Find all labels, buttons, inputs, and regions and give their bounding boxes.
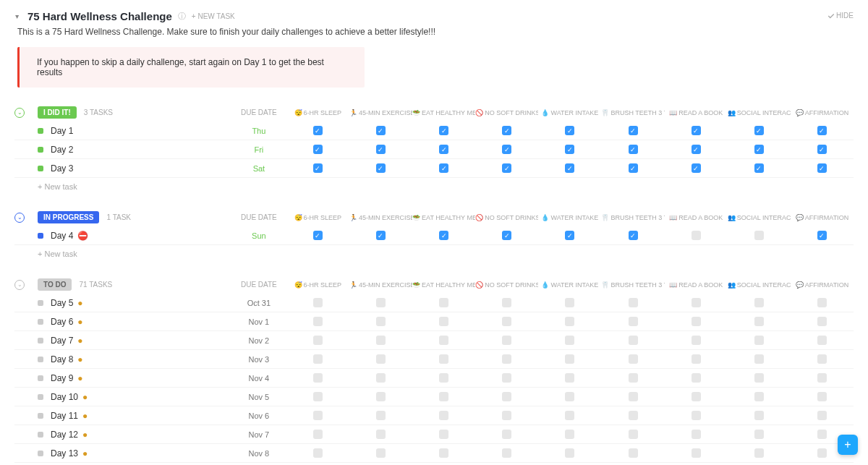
checkbox-cell[interactable]: ✓ (601, 163, 664, 173)
checkbox-unchecked-icon[interactable] (313, 298, 323, 307)
checkbox-unchecked-icon[interactable] (692, 448, 701, 458)
checkbox-checked-icon[interactable]: ✓ (376, 126, 386, 135)
checkbox-cell[interactable] (475, 354, 538, 364)
column-brush-teeth-3-times[interactable]: 🦷BRUSH TEETH 3 TIMES (601, 281, 664, 289)
checkbox-cell[interactable] (286, 392, 349, 401)
column-45-min-exercise[interactable]: 🏃45-MIN EXERCISE (349, 281, 412, 289)
checkbox-cell[interactable] (791, 392, 854, 401)
checkbox-cell[interactable] (538, 430, 601, 439)
column-no-soft-drinks-coffee[interactable]: 🚫NO SOFT DRINKS/COFFEE (475, 214, 538, 221)
checkbox-unchecked-icon[interactable] (502, 430, 511, 439)
checkbox-cell[interactable] (728, 231, 791, 240)
due-date-cell[interactable]: Nov 8 (231, 449, 286, 458)
checkbox-checked-icon[interactable]: ✓ (439, 145, 448, 154)
column-brush-teeth-3-times[interactable]: 🦷BRUSH TEETH 3 TIMES (601, 109, 664, 116)
due-date-cell[interactable]: Nov 4 (231, 374, 286, 383)
checkbox-checked-icon[interactable]: ✓ (629, 163, 638, 173)
chevron-down-icon[interactable]: ⌄ (14, 213, 25, 223)
column-water-intake[interactable]: 💧WATER INTAKE (538, 214, 601, 221)
checkbox-cell[interactable]: ✓ (538, 231, 601, 240)
checkbox-cell[interactable] (412, 430, 475, 439)
checkbox-cell[interactable] (475, 298, 538, 307)
checkbox-cell[interactable] (791, 354, 854, 364)
checkbox-cell[interactable] (601, 336, 664, 345)
tag-icon[interactable]: ● (82, 392, 88, 402)
checkbox-unchecked-icon[interactable] (565, 317, 574, 326)
checkbox-cell[interactable] (349, 430, 412, 439)
checkbox-cell[interactable]: ✓ (475, 231, 538, 240)
column-due-date[interactable]: DUE DATE (231, 213, 286, 221)
column-read-a-book[interactable]: 📖READ A BOOK (665, 109, 728, 116)
checkbox-cell[interactable] (286, 411, 349, 420)
checkbox-cell[interactable] (665, 373, 728, 383)
checkbox-checked-icon[interactable]: ✓ (692, 145, 701, 154)
task-name[interactable]: Day 2 (51, 145, 73, 155)
checkbox-unchecked-icon[interactable] (629, 336, 638, 345)
task-row[interactable]: Day 4⛔ Sun✓✓✓✓✓✓✓ (14, 226, 854, 245)
checkbox-cell[interactable] (475, 430, 538, 439)
checkbox-checked-icon[interactable]: ✓ (692, 163, 701, 173)
checkbox-unchecked-icon[interactable] (692, 411, 701, 420)
status-square-icon[interactable] (38, 375, 43, 381)
task-row[interactable]: Day 2 Fri✓✓✓✓✓✓✓✓✓ (14, 140, 854, 159)
checkbox-checked-icon[interactable]: ✓ (817, 126, 827, 135)
checkbox-unchecked-icon[interactable] (629, 448, 638, 458)
checkbox-cell[interactable] (665, 392, 728, 401)
task-name[interactable]: Day 9 (51, 373, 73, 383)
due-date-cell[interactable]: Sat (231, 164, 286, 173)
chevron-down-icon[interactable]: ⌄ (14, 280, 25, 290)
checkbox-unchecked-icon[interactable] (817, 354, 827, 364)
checkbox-unchecked-icon[interactable] (692, 231, 701, 240)
checkbox-cell[interactable] (728, 317, 791, 326)
checkbox-cell[interactable] (538, 354, 601, 364)
new-task-button[interactable]: + New task (14, 178, 854, 195)
column-eat-healthy-meals[interactable]: 🥗EAT HEALTHY MEALS (412, 109, 475, 116)
checkbox-checked-icon[interactable]: ✓ (565, 163, 574, 173)
tag-icon[interactable]: ● (77, 317, 82, 327)
checkbox-checked-icon[interactable]: ✓ (817, 231, 827, 240)
checkbox-cell[interactable] (475, 392, 538, 401)
checkbox-unchecked-icon[interactable] (313, 354, 323, 364)
create-task-fab[interactable]: + (838, 435, 858, 455)
checkbox-cell[interactable]: ✓ (791, 163, 854, 173)
checkbox-checked-icon[interactable]: ✓ (565, 126, 574, 135)
task-name[interactable]: Day 1 (51, 126, 73, 136)
checkbox-unchecked-icon[interactable] (565, 411, 574, 420)
tag-icon[interactable]: ● (77, 298, 82, 308)
checkbox-checked-icon[interactable]: ✓ (754, 163, 764, 173)
checkbox-unchecked-icon[interactable] (502, 448, 511, 458)
checkbox-checked-icon[interactable]: ✓ (502, 145, 511, 154)
checkbox-cell[interactable] (349, 411, 412, 420)
task-name[interactable]: Day 13 (51, 448, 78, 458)
checkbox-unchecked-icon[interactable] (629, 430, 638, 439)
checkbox-unchecked-icon[interactable] (692, 336, 701, 345)
checkbox-unchecked-icon[interactable] (502, 317, 511, 326)
checkbox-unchecked-icon[interactable] (565, 392, 574, 401)
tag-icon[interactable]: ● (82, 411, 88, 421)
blocked-icon[interactable]: ⛔ (77, 231, 88, 241)
checkbox-unchecked-icon[interactable] (817, 336, 827, 345)
checkbox-unchecked-icon[interactable] (313, 411, 323, 420)
checkbox-unchecked-icon[interactable] (692, 354, 701, 364)
checkbox-checked-icon[interactable]: ✓ (376, 163, 386, 173)
checkbox-cell[interactable]: ✓ (412, 145, 475, 154)
checkbox-cell[interactable] (728, 373, 791, 383)
tag-icon[interactable]: ● (82, 430, 88, 440)
checkbox-checked-icon[interactable]: ✓ (313, 163, 323, 173)
due-date-cell[interactable]: Sun (231, 231, 286, 240)
checkbox-cell[interactable] (728, 430, 791, 439)
task-name[interactable]: Day 10 (51, 392, 78, 402)
checkbox-checked-icon[interactable]: ✓ (313, 126, 323, 135)
status-square-icon[interactable] (38, 357, 43, 362)
checkbox-unchecked-icon[interactable] (376, 336, 386, 345)
task-name[interactable]: Day 5 (51, 298, 73, 308)
hide-button[interactable]: HIDE (827, 12, 854, 20)
checkbox-cell[interactable] (412, 336, 475, 345)
checkbox-unchecked-icon[interactable] (313, 317, 323, 326)
checkbox-checked-icon[interactable]: ✓ (817, 163, 827, 173)
checkbox-cell[interactable] (728, 336, 791, 345)
checkbox-unchecked-icon[interactable] (817, 430, 827, 439)
checkbox-cell[interactable]: ✓ (475, 126, 538, 135)
checkbox-cell[interactable] (665, 354, 728, 364)
checkbox-cell[interactable] (601, 448, 664, 458)
